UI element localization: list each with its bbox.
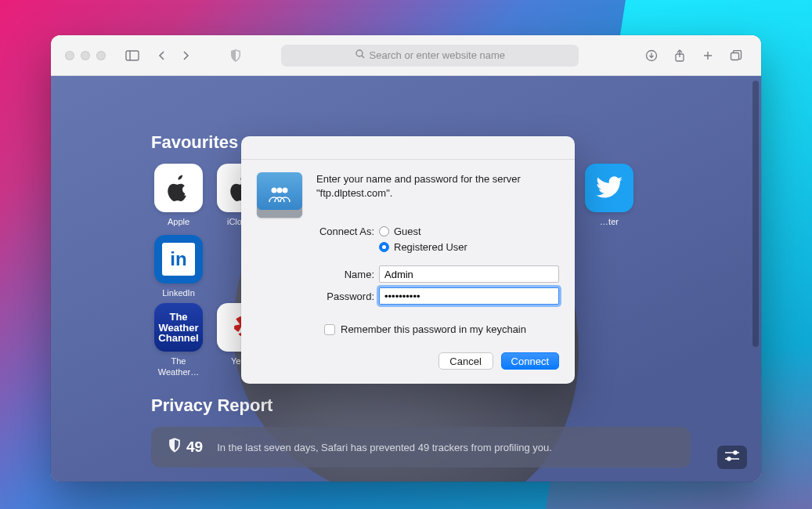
tracker-count: 49 (168, 438, 203, 457)
svg-line-3 (362, 56, 364, 58)
favourite-label: LinkedIn (162, 288, 195, 298)
registered-user-radio-option[interactable]: Registered User (379, 241, 559, 253)
network-server-icon (257, 172, 302, 218)
favourite-label: The Weather… (153, 356, 204, 377)
svg-point-15 (272, 188, 277, 193)
svg-rect-0 (126, 51, 139, 60)
name-input[interactable] (379, 265, 559, 283)
password-input[interactable] (379, 287, 559, 305)
svg-point-17 (283, 188, 288, 193)
close-window[interactable] (65, 51, 74, 60)
address-placeholder: Search or enter website name (370, 49, 505, 61)
tab-overview-button[interactable] (725, 45, 747, 66)
search-icon (355, 49, 365, 61)
svg-rect-10 (731, 52, 738, 60)
guest-radio-option[interactable]: Guest (379, 226, 559, 237)
customize-start-page-button[interactable] (717, 446, 747, 469)
zoom-window[interactable] (96, 51, 106, 60)
shield-icon (168, 438, 181, 457)
new-tab-button[interactable] (697, 45, 719, 66)
favourite-twitter[interactable]: …ter (582, 164, 637, 227)
name-label: Name: (316, 269, 374, 280)
weather-channel-icon: The Weather Channel (154, 303, 203, 352)
privacy-report-card[interactable]: 49 In the last seven days, Safari has pr… (151, 427, 691, 467)
linkedin-icon: in (154, 235, 203, 283)
dialog-message: Enter your name and password for the ser… (316, 172, 559, 200)
back-button[interactable] (151, 45, 173, 66)
share-button[interactable] (669, 45, 691, 66)
svg-point-2 (356, 50, 363, 56)
sidebar-toggle-button[interactable] (121, 45, 143, 66)
connect-as-label: Connect As: (316, 226, 374, 237)
apple-icon (154, 164, 203, 212)
svg-point-12 (734, 451, 737, 454)
server-connect-dialog: Enter your name and password for the ser… (241, 136, 575, 384)
password-label: Password: (316, 291, 374, 302)
favourite-apple[interactable]: Apple (151, 164, 206, 227)
start-page: Favourites Apple iClou… (51, 76, 761, 482)
radio-icon (379, 226, 389, 236)
privacy-report-text: In the last seven days, Safari has preve… (217, 442, 552, 453)
checkbox-icon (324, 324, 335, 335)
cancel-button[interactable]: Cancel (438, 352, 493, 370)
minimize-window[interactable] (81, 51, 90, 60)
svg-point-16 (277, 188, 283, 193)
favourite-label: …ter (600, 217, 619, 227)
forward-button[interactable] (175, 45, 197, 66)
sliders-icon (724, 450, 740, 464)
privacy-report-heading: Privacy Report (151, 395, 691, 416)
twitter-icon (585, 164, 633, 212)
connect-button[interactable]: Connect (501, 352, 559, 370)
safari-window: Search or enter website name Favourites (51, 35, 761, 482)
favourite-weather[interactable]: The Weather Channel The Weather… (151, 303, 206, 377)
window-controls (65, 51, 106, 60)
titlebar: Search or enter website name (51, 35, 761, 76)
favourite-linkedin[interactable]: in LinkedIn (151, 235, 206, 298)
privacy-shield-button[interactable] (225, 45, 247, 66)
remember-password-checkbox[interactable]: Remember this password in my keychain (324, 323, 559, 335)
address-bar[interactable]: Search or enter website name (281, 45, 579, 67)
radio-checked-icon (379, 242, 389, 252)
svg-point-14 (727, 457, 731, 460)
scrollbar-thumb[interactable] (752, 81, 759, 347)
favourite-label: Apple (168, 217, 189, 227)
privacy-report-section: Privacy Report 49 In the last seven days… (151, 395, 691, 467)
downloads-button[interactable] (641, 45, 662, 66)
